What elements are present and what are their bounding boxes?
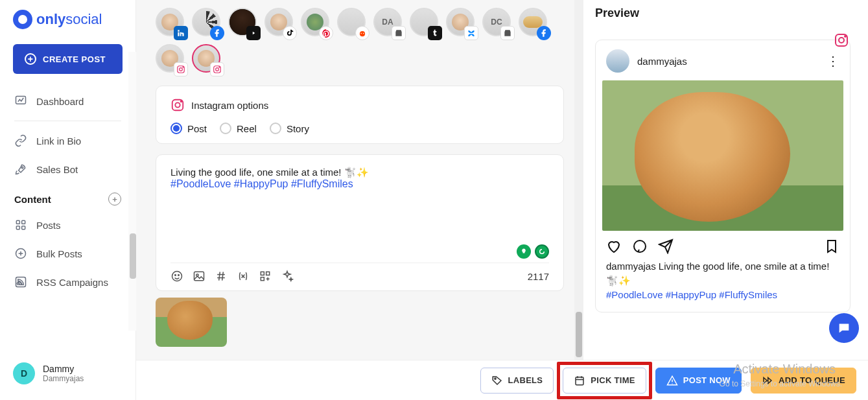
ig-option-reel[interactable]: Reel xyxy=(220,123,257,134)
radio-on-icon xyxy=(170,123,182,134)
account-facebook-2[interactable] xyxy=(519,8,550,39)
user-handle: Dammyajas xyxy=(43,374,84,383)
account-instagram-selected[interactable] xyxy=(192,44,223,75)
user-avatar: D xyxy=(13,362,35,384)
svg-point-1 xyxy=(21,167,23,169)
alert-icon xyxy=(666,375,678,386)
fast-forward-icon xyxy=(762,375,773,386)
svg-point-8 xyxy=(360,31,365,36)
preview-image xyxy=(602,80,843,231)
account-tumblr[interactable] xyxy=(410,8,441,39)
logo-text: onlysocial xyxy=(36,11,102,28)
bookmark-icon[interactable] xyxy=(824,239,839,254)
template-icon[interactable] xyxy=(259,270,272,283)
facebook-icon xyxy=(213,29,222,38)
svg-point-12 xyxy=(180,68,183,71)
compose-card: Living the good life, one smile at a tim… xyxy=(156,154,564,291)
brand-logo[interactable]: onlysocial xyxy=(0,6,135,39)
nav-link-in-bio[interactable]: Link in Bio xyxy=(0,126,135,155)
nav-posts[interactable]: Posts xyxy=(0,211,135,239)
youtube-icon xyxy=(249,29,258,38)
nav-bulk-label: Bulk Posts xyxy=(36,248,82,259)
business-icon xyxy=(503,29,512,38)
variable-icon[interactable] xyxy=(237,270,250,283)
user-block[interactable]: D Dammy Dammyajas xyxy=(0,353,135,394)
ig-option-post[interactable]: Post xyxy=(170,123,207,134)
account-google-2[interactable]: DC xyxy=(482,8,513,39)
account-facebook[interactable] xyxy=(192,8,223,39)
account-instagram-1[interactable] xyxy=(156,44,187,75)
account-google-1[interactable]: DA xyxy=(373,8,405,39)
instagram-icon xyxy=(213,65,222,74)
grammarly-widget[interactable] xyxy=(170,244,549,259)
sidebar-scrollbar[interactable] xyxy=(128,52,136,331)
comment-icon[interactable] xyxy=(632,239,648,254)
create-post-label: CREATE POST xyxy=(43,54,106,64)
instagram-icon xyxy=(834,32,849,48)
post-now-button[interactable]: POST NOW xyxy=(655,368,742,394)
bluesky-icon xyxy=(467,29,476,38)
add-content-icon[interactable]: + xyxy=(108,193,121,206)
grammarly-bulb-icon xyxy=(517,244,531,259)
send-icon[interactable] xyxy=(658,239,674,254)
heart-icon[interactable] xyxy=(606,239,622,254)
account-reddit[interactable] xyxy=(337,8,368,39)
preview-title: Preview xyxy=(595,6,850,20)
instagram-icon xyxy=(176,65,185,74)
preview-card: dammyajas ⋮ dammyajas Living the good li… xyxy=(595,40,850,312)
preview-column: Preview dammyajas ⋮ xyxy=(583,0,862,400)
nav-rss-label: RSS Campaigns xyxy=(36,277,108,288)
nav-dashboard-label: Dashboard xyxy=(36,96,84,107)
nav-bulk-posts[interactable]: Bulk Posts xyxy=(0,239,135,268)
facebook-icon xyxy=(539,29,548,38)
nav-sales-bot[interactable]: Sales Bot xyxy=(0,155,135,183)
nav-dashboard[interactable]: Dashboard xyxy=(0,87,135,115)
svg-rect-25 xyxy=(261,272,264,275)
reddit-icon xyxy=(358,29,367,38)
account-youtube[interactable] xyxy=(228,8,259,39)
nav-rss[interactable]: RSS Campaigns xyxy=(0,268,135,296)
account-tiktok[interactable] xyxy=(264,8,296,39)
emoji-icon[interactable] xyxy=(170,270,183,283)
more-icon[interactable]: ⋮ xyxy=(827,53,839,69)
svg-point-19 xyxy=(181,101,182,102)
svg-rect-33 xyxy=(576,377,583,384)
svg-point-29 xyxy=(839,38,844,43)
svg-rect-5 xyxy=(22,226,25,229)
plus-icon xyxy=(14,247,27,260)
svg-point-10 xyxy=(363,33,364,34)
pick-time-button[interactable]: PICK TIME xyxy=(563,368,646,394)
nav-posts-label: Posts xyxy=(36,220,61,231)
tag-icon xyxy=(491,375,503,386)
tumblr-icon xyxy=(430,29,440,38)
chat-icon xyxy=(837,321,851,335)
sparkle-icon[interactable] xyxy=(281,270,294,283)
compose-textarea[interactable]: Living the good life, one smile at a tim… xyxy=(170,167,549,238)
ig-option-story[interactable]: Story xyxy=(270,123,309,134)
labels-button[interactable]: LABELS xyxy=(480,368,554,394)
rocket-icon xyxy=(14,163,27,176)
media-thumbnail[interactable] xyxy=(156,298,227,347)
rss-icon xyxy=(14,276,27,288)
content-section-head: Content + xyxy=(0,183,135,211)
editor-scrollbar[interactable] xyxy=(574,0,583,360)
svg-rect-4 xyxy=(16,226,19,229)
character-count: 2117 xyxy=(528,271,549,282)
svg-point-20 xyxy=(172,272,182,281)
add-to-queue-button[interactable]: ADD TO QUEUE xyxy=(751,368,856,394)
chat-fab[interactable] xyxy=(829,313,859,343)
account-pinterest[interactable] xyxy=(301,8,332,39)
svg-point-18 xyxy=(175,102,180,107)
hashtag-icon[interactable] xyxy=(215,270,228,283)
preview-user[interactable]: dammyajas xyxy=(606,49,687,73)
svg-point-15 xyxy=(216,68,219,71)
business-icon xyxy=(394,29,403,38)
user-name: Dammy xyxy=(43,364,84,374)
preview-handle: dammyajas xyxy=(637,56,687,67)
svg-rect-26 xyxy=(266,272,270,275)
nav-salesbot-label: Sales Bot xyxy=(36,164,78,175)
image-icon[interactable] xyxy=(193,270,205,283)
account-linkedin[interactable] xyxy=(156,8,187,39)
account-bluesky[interactable] xyxy=(446,8,477,39)
create-post-button[interactable]: + CREATE POST xyxy=(13,44,123,74)
